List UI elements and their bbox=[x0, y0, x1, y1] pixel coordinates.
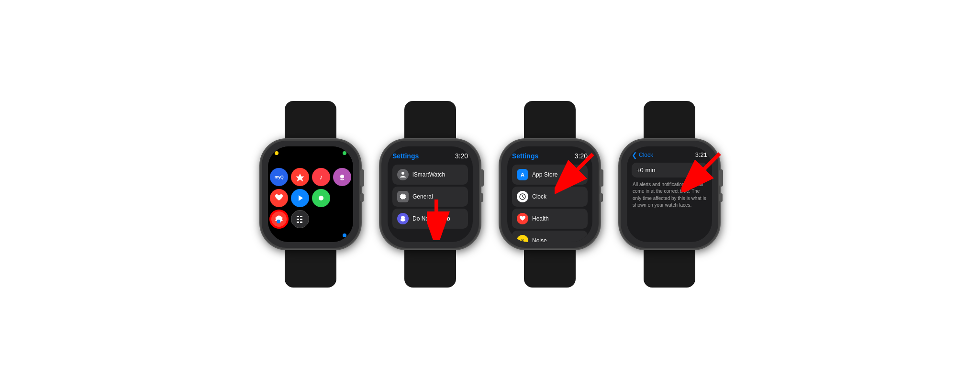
settings-item-noise[interactable]: $ Noise bbox=[512, 231, 588, 242]
clock-back-label: Clock bbox=[639, 152, 653, 158]
noise-label: Noise bbox=[532, 237, 547, 242]
svg-rect-5 bbox=[297, 216, 299, 217]
band-bottom-4 bbox=[644, 249, 695, 288]
dnd-icon bbox=[397, 213, 409, 224]
app-findmy bbox=[312, 189, 330, 207]
watch-2: Settings 3:20 iSmartWatch bbox=[380, 101, 480, 288]
app-music: ♪ bbox=[312, 168, 330, 186]
apps-screen: myQ ♪ bbox=[268, 146, 353, 242]
empty-slot bbox=[333, 189, 351, 207]
band-top-2 bbox=[404, 101, 456, 139]
app-myq: myQ bbox=[270, 168, 288, 186]
arrow-watch3 bbox=[555, 152, 602, 197]
watch-1: myQ ♪ bbox=[260, 101, 361, 288]
apps-grid: myQ ♪ bbox=[270, 168, 351, 228]
clock-offset-label: +0 min bbox=[636, 166, 655, 174]
svg-rect-6 bbox=[297, 219, 299, 220]
settings-item-health[interactable]: Health bbox=[512, 209, 588, 229]
svg-marker-2 bbox=[299, 195, 303, 201]
side-btn-4 bbox=[719, 193, 723, 202]
dot-blue bbox=[343, 233, 346, 237]
arrow-watch4 bbox=[681, 149, 729, 194]
app-calculator bbox=[291, 210, 309, 228]
svg-rect-8 bbox=[300, 216, 302, 217]
svg-point-3 bbox=[319, 196, 323, 200]
health-icon bbox=[517, 213, 528, 224]
svg-line-18 bbox=[523, 197, 524, 198]
dot-blue-2 bbox=[277, 220, 280, 223]
app-settings-highlighted bbox=[270, 210, 288, 228]
app-play bbox=[291, 189, 309, 207]
settings-time-2: 3:20 bbox=[455, 152, 468, 160]
settings-item-ismartwatch[interactable]: iSmartWatch bbox=[392, 165, 468, 185]
watch-4: ❮ Clock 3:21 +0 min 3:21 All alerts and … bbox=[619, 101, 720, 288]
side-btn-1 bbox=[360, 193, 364, 202]
ismartwatch-icon bbox=[397, 169, 409, 180]
watch-body-1: myQ ♪ bbox=[260, 101, 361, 288]
svg-line-23 bbox=[691, 154, 720, 182]
svg-line-21 bbox=[564, 154, 593, 183]
svg-point-11 bbox=[401, 172, 404, 175]
screen-1: myQ ♪ bbox=[268, 146, 353, 242]
svg-text:A: A bbox=[521, 172, 524, 177]
general-icon bbox=[397, 191, 409, 202]
ismartwatch-label: iSmartWatch bbox=[412, 171, 445, 178]
main-container: myQ ♪ bbox=[241, 82, 739, 307]
settings-title-2: Settings bbox=[392, 152, 419, 160]
clock-label: Clock bbox=[532, 193, 546, 200]
svg-text:$: $ bbox=[521, 238, 524, 242]
clock-icon bbox=[517, 191, 528, 202]
crown-1 bbox=[360, 169, 364, 187]
svg-rect-10 bbox=[300, 222, 302, 223]
watch-body-4: ❮ Clock 3:21 +0 min 3:21 All alerts and … bbox=[619, 101, 720, 288]
app-activity bbox=[291, 168, 309, 186]
watch-body-2: Settings 3:20 iSmartWatch bbox=[380, 101, 480, 288]
health-label: Health bbox=[532, 215, 549, 222]
crown-2 bbox=[480, 169, 484, 187]
noise-icon: $ bbox=[517, 235, 528, 242]
band-top-4 bbox=[644, 101, 695, 139]
band-bottom-1 bbox=[285, 249, 336, 288]
back-chevron-icon: ❮ bbox=[632, 151, 637, 159]
appstore-label: App Store bbox=[532, 171, 557, 178]
dot-green bbox=[343, 151, 346, 155]
dot-yellow bbox=[275, 151, 278, 155]
appstore-icon: A bbox=[517, 169, 528, 180]
settings-title-3: Settings bbox=[512, 152, 538, 160]
band-top-1 bbox=[285, 101, 336, 139]
band-bottom-2 bbox=[404, 249, 456, 288]
svg-rect-7 bbox=[297, 222, 299, 223]
svg-text:♪: ♪ bbox=[320, 173, 323, 181]
side-btn-2 bbox=[480, 193, 483, 202]
case-1: myQ ♪ bbox=[260, 139, 361, 249]
clock-back-button[interactable]: ❮ Clock bbox=[632, 151, 653, 159]
settings-header-2: Settings 3:20 bbox=[392, 152, 468, 160]
app-podcasts bbox=[333, 168, 351, 186]
arrow-watch2 bbox=[427, 197, 460, 242]
svg-rect-9 bbox=[300, 219, 302, 220]
band-bottom-3 bbox=[524, 249, 576, 288]
svg-point-1 bbox=[340, 175, 344, 178]
band-top-3 bbox=[524, 101, 576, 139]
app-heart bbox=[270, 189, 288, 207]
watch-3: Settings 3:20 A App Store bbox=[500, 101, 600, 288]
